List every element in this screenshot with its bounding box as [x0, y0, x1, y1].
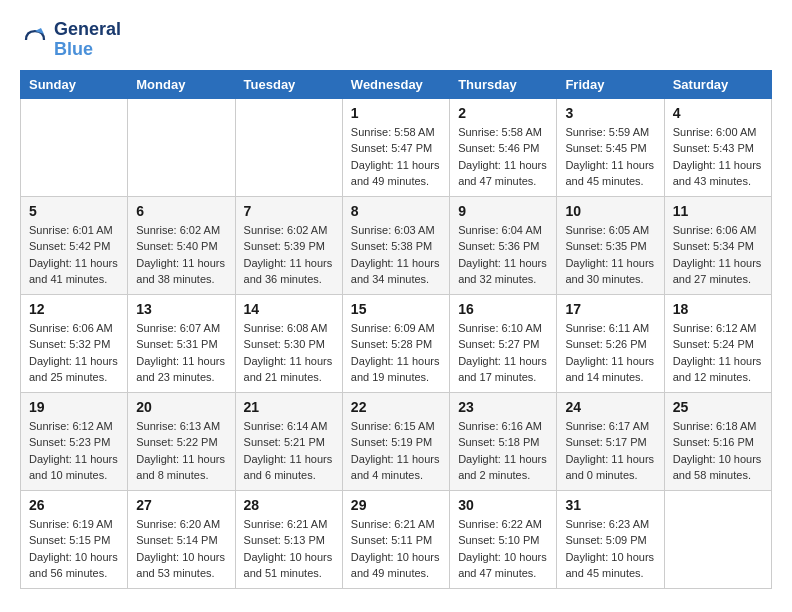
day-info: Sunrise: 6:17 AMSunset: 5:17 PMDaylight:…: [565, 418, 655, 484]
calendar-cell: 26Sunrise: 6:19 AMSunset: 5:15 PMDayligh…: [21, 490, 128, 588]
day-number: 4: [673, 105, 763, 121]
day-info: Sunrise: 6:08 AMSunset: 5:30 PMDaylight:…: [244, 320, 334, 386]
day-number: 3: [565, 105, 655, 121]
calendar-cell: 16Sunrise: 6:10 AMSunset: 5:27 PMDayligh…: [450, 294, 557, 392]
calendar-cell: 27Sunrise: 6:20 AMSunset: 5:14 PMDayligh…: [128, 490, 235, 588]
day-info: Sunrise: 6:13 AMSunset: 5:22 PMDaylight:…: [136, 418, 226, 484]
logo-text: General Blue: [54, 20, 121, 60]
day-number: 5: [29, 203, 119, 219]
page-header: General Blue: [20, 20, 772, 60]
day-number: 12: [29, 301, 119, 317]
day-info: Sunrise: 6:02 AMSunset: 5:40 PMDaylight:…: [136, 222, 226, 288]
calendar-week-row: 5Sunrise: 6:01 AMSunset: 5:42 PMDaylight…: [21, 196, 772, 294]
calendar-cell: 28Sunrise: 6:21 AMSunset: 5:13 PMDayligh…: [235, 490, 342, 588]
day-number: 22: [351, 399, 441, 415]
logo: General Blue: [20, 20, 121, 60]
calendar-cell: 30Sunrise: 6:22 AMSunset: 5:10 PMDayligh…: [450, 490, 557, 588]
day-info: Sunrise: 6:12 AMSunset: 5:23 PMDaylight:…: [29, 418, 119, 484]
day-number: 18: [673, 301, 763, 317]
day-of-week-header: Monday: [128, 70, 235, 98]
day-number: 29: [351, 497, 441, 513]
day-number: 26: [29, 497, 119, 513]
day-number: 11: [673, 203, 763, 219]
calendar-cell: 17Sunrise: 6:11 AMSunset: 5:26 PMDayligh…: [557, 294, 664, 392]
calendar-cell: 2Sunrise: 5:58 AMSunset: 5:46 PMDaylight…: [450, 98, 557, 196]
day-info: Sunrise: 6:18 AMSunset: 5:16 PMDaylight:…: [673, 418, 763, 484]
calendar-cell: [21, 98, 128, 196]
day-number: 10: [565, 203, 655, 219]
calendar-week-row: 26Sunrise: 6:19 AMSunset: 5:15 PMDayligh…: [21, 490, 772, 588]
calendar-cell: 3Sunrise: 5:59 AMSunset: 5:45 PMDaylight…: [557, 98, 664, 196]
calendar-cell: 19Sunrise: 6:12 AMSunset: 5:23 PMDayligh…: [21, 392, 128, 490]
day-number: 16: [458, 301, 548, 317]
day-info: Sunrise: 5:58 AMSunset: 5:47 PMDaylight:…: [351, 124, 441, 190]
calendar-cell: 10Sunrise: 6:05 AMSunset: 5:35 PMDayligh…: [557, 196, 664, 294]
calendar-cell: 31Sunrise: 6:23 AMSunset: 5:09 PMDayligh…: [557, 490, 664, 588]
day-number: 30: [458, 497, 548, 513]
day-info: Sunrise: 5:59 AMSunset: 5:45 PMDaylight:…: [565, 124, 655, 190]
calendar-cell: 5Sunrise: 6:01 AMSunset: 5:42 PMDaylight…: [21, 196, 128, 294]
day-info: Sunrise: 6:06 AMSunset: 5:32 PMDaylight:…: [29, 320, 119, 386]
day-info: Sunrise: 6:20 AMSunset: 5:14 PMDaylight:…: [136, 516, 226, 582]
day-of-week-header: Wednesday: [342, 70, 449, 98]
day-number: 24: [565, 399, 655, 415]
calendar-cell: 9Sunrise: 6:04 AMSunset: 5:36 PMDaylight…: [450, 196, 557, 294]
day-info: Sunrise: 6:00 AMSunset: 5:43 PMDaylight:…: [673, 124, 763, 190]
day-number: 28: [244, 497, 334, 513]
calendar-week-row: 19Sunrise: 6:12 AMSunset: 5:23 PMDayligh…: [21, 392, 772, 490]
day-number: 7: [244, 203, 334, 219]
day-info: Sunrise: 6:12 AMSunset: 5:24 PMDaylight:…: [673, 320, 763, 386]
calendar-cell: 8Sunrise: 6:03 AMSunset: 5:38 PMDaylight…: [342, 196, 449, 294]
calendar-cell: [664, 490, 771, 588]
calendar-cell: 23Sunrise: 6:16 AMSunset: 5:18 PMDayligh…: [450, 392, 557, 490]
day-info: Sunrise: 6:14 AMSunset: 5:21 PMDaylight:…: [244, 418, 334, 484]
calendar-cell: 22Sunrise: 6:15 AMSunset: 5:19 PMDayligh…: [342, 392, 449, 490]
calendar-cell: 13Sunrise: 6:07 AMSunset: 5:31 PMDayligh…: [128, 294, 235, 392]
day-info: Sunrise: 6:19 AMSunset: 5:15 PMDaylight:…: [29, 516, 119, 582]
calendar-cell: 11Sunrise: 6:06 AMSunset: 5:34 PMDayligh…: [664, 196, 771, 294]
day-number: 31: [565, 497, 655, 513]
day-number: 9: [458, 203, 548, 219]
calendar-cell: 15Sunrise: 6:09 AMSunset: 5:28 PMDayligh…: [342, 294, 449, 392]
day-number: 21: [244, 399, 334, 415]
day-of-week-header: Saturday: [664, 70, 771, 98]
day-number: 14: [244, 301, 334, 317]
day-info: Sunrise: 6:02 AMSunset: 5:39 PMDaylight:…: [244, 222, 334, 288]
day-number: 20: [136, 399, 226, 415]
calendar-cell: 12Sunrise: 6:06 AMSunset: 5:32 PMDayligh…: [21, 294, 128, 392]
day-number: 1: [351, 105, 441, 121]
calendar-cell: 18Sunrise: 6:12 AMSunset: 5:24 PMDayligh…: [664, 294, 771, 392]
day-info: Sunrise: 6:10 AMSunset: 5:27 PMDaylight:…: [458, 320, 548, 386]
day-info: Sunrise: 6:21 AMSunset: 5:13 PMDaylight:…: [244, 516, 334, 582]
day-number: 2: [458, 105, 548, 121]
day-number: 19: [29, 399, 119, 415]
logo-icon: [20, 25, 50, 55]
calendar-cell: 20Sunrise: 6:13 AMSunset: 5:22 PMDayligh…: [128, 392, 235, 490]
day-info: Sunrise: 6:16 AMSunset: 5:18 PMDaylight:…: [458, 418, 548, 484]
day-info: Sunrise: 6:09 AMSunset: 5:28 PMDaylight:…: [351, 320, 441, 386]
calendar-cell: 6Sunrise: 6:02 AMSunset: 5:40 PMDaylight…: [128, 196, 235, 294]
day-of-week-header: Thursday: [450, 70, 557, 98]
calendar-cell: 29Sunrise: 6:21 AMSunset: 5:11 PMDayligh…: [342, 490, 449, 588]
day-info: Sunrise: 6:03 AMSunset: 5:38 PMDaylight:…: [351, 222, 441, 288]
calendar-cell: 25Sunrise: 6:18 AMSunset: 5:16 PMDayligh…: [664, 392, 771, 490]
day-info: Sunrise: 6:15 AMSunset: 5:19 PMDaylight:…: [351, 418, 441, 484]
day-info: Sunrise: 6:07 AMSunset: 5:31 PMDaylight:…: [136, 320, 226, 386]
day-number: 27: [136, 497, 226, 513]
day-number: 23: [458, 399, 548, 415]
day-info: Sunrise: 6:01 AMSunset: 5:42 PMDaylight:…: [29, 222, 119, 288]
calendar-cell: 4Sunrise: 6:00 AMSunset: 5:43 PMDaylight…: [664, 98, 771, 196]
day-info: Sunrise: 6:06 AMSunset: 5:34 PMDaylight:…: [673, 222, 763, 288]
calendar-cell: 14Sunrise: 6:08 AMSunset: 5:30 PMDayligh…: [235, 294, 342, 392]
day-number: 15: [351, 301, 441, 317]
calendar: SundayMondayTuesdayWednesdayThursdayFrid…: [20, 70, 772, 589]
day-number: 13: [136, 301, 226, 317]
day-number: 6: [136, 203, 226, 219]
day-of-week-header: Sunday: [21, 70, 128, 98]
day-info: Sunrise: 5:58 AMSunset: 5:46 PMDaylight:…: [458, 124, 548, 190]
day-info: Sunrise: 6:22 AMSunset: 5:10 PMDaylight:…: [458, 516, 548, 582]
calendar-cell: 24Sunrise: 6:17 AMSunset: 5:17 PMDayligh…: [557, 392, 664, 490]
calendar-cell: 7Sunrise: 6:02 AMSunset: 5:39 PMDaylight…: [235, 196, 342, 294]
calendar-cell: [235, 98, 342, 196]
calendar-week-row: 12Sunrise: 6:06 AMSunset: 5:32 PMDayligh…: [21, 294, 772, 392]
